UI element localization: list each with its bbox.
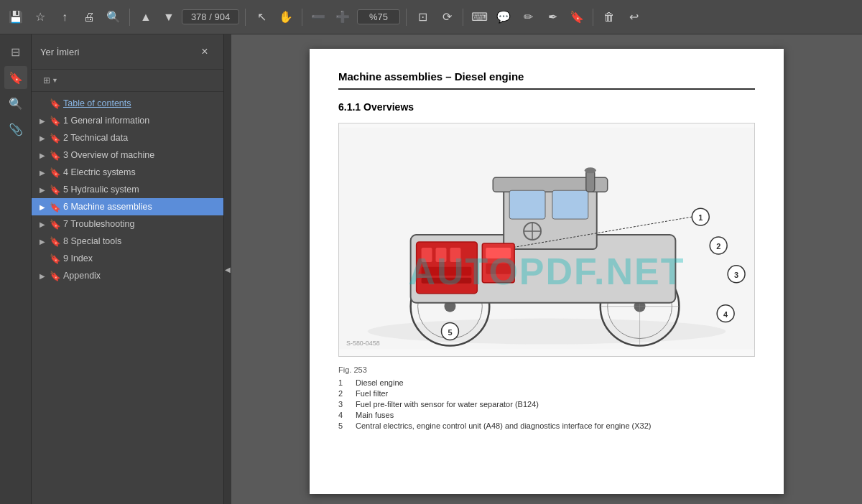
svg-rect-14 [552, 190, 588, 219]
bookmark-label-toc: Table of contents [63, 98, 218, 108]
bookmark-icon-electric: 🔖 [50, 167, 60, 177]
bookmark-item-trouble[interactable]: ▶ 🔖 7 Troubleshooting [32, 215, 223, 233]
chevron-index-placeholder [37, 253, 47, 263]
fig-item-text: Diesel engine [356, 378, 404, 387]
sidebar-bookmarks-icon[interactable]: 🔖 [4, 66, 27, 89]
sidebar-pages-icon[interactable]: ⊟ [4, 40, 27, 63]
pdf-section-title: 6.1.1 Overviews [338, 101, 755, 113]
delete-icon[interactable]: 🗑 [599, 7, 619, 27]
bookmark-icon-general: 🔖 [50, 116, 60, 126]
magnify-icon[interactable]: 🔍 [103, 7, 124, 27]
svg-text:4: 4 [723, 310, 728, 319]
fig-item-number: 3 [338, 400, 350, 409]
svg-rect-13 [509, 190, 545, 219]
pdf-area[interactable]: AUTOPDF.NET Machine assemblies – Diesel … [231, 34, 862, 504]
bookmarks-header-left: Yer İmleri [40, 47, 79, 57]
svg-rect-33 [486, 263, 511, 274]
svg-point-39 [585, 167, 596, 173]
star-icon[interactable]: ☆ [30, 7, 50, 27]
nav-up-icon[interactable]: ▲ [136, 7, 156, 27]
bookmark-icon-trouble: 🔖 [50, 219, 60, 229]
zoom-in-icon[interactable]: ➕ [333, 7, 353, 27]
fig-caption: Fig. 253 [338, 365, 755, 374]
cursor-icon[interactable]: ↖ [251, 7, 272, 27]
rotate-icon[interactable]: ⟳ [437, 7, 457, 27]
draw-icon[interactable]: ✒ [542, 7, 562, 27]
stamp-icon[interactable]: 🔖 [567, 7, 587, 27]
bookmark-label-machine: 6 Machine assemblies [63, 202, 218, 212]
keyboard-icon[interactable]: ⌨ [469, 7, 489, 27]
chevron-electric: ▶ [37, 167, 47, 177]
nav-down-icon[interactable]: ▼ [159, 7, 179, 27]
chevron-hydraulic: ▶ [37, 185, 47, 195]
machine-illustration: 1 2 3 4 [339, 123, 754, 353]
bookmark-label-hydraulic: 5 Hydraulic system [63, 185, 218, 195]
bookmark-item-hydraulic[interactable]: ▶ 🔖 5 Hydraulic system [32, 181, 223, 198]
fig-item-number: 1 [338, 378, 350, 387]
bookmark-item-technical[interactable]: ▶ 🔖 2 Technical data [32, 129, 223, 146]
divider6 [593, 9, 593, 26]
divider4 [406, 9, 407, 26]
fig-list-item: 5Central electrics, engine control unit … [338, 421, 755, 430]
bookmark-item-overview[interactable]: ▶ 🔖 3 Overview of machine [32, 146, 223, 164]
bookmark-item-machine[interactable]: ▶ 🔖 6 Machine assemblies [32, 198, 223, 215]
chevron-appendix: ▶ [37, 271, 47, 281]
print-icon[interactable]: 🖨 [79, 7, 99, 27]
bookmark-icon-special: 🔖 [50, 236, 60, 246]
hand-icon[interactable]: ✋ [276, 7, 296, 27]
bookmark-item-appendix[interactable]: ▶ 🔖 Appendix [32, 267, 223, 284]
bookmark-item-general[interactable]: ▶ 🔖 1 General information [32, 112, 223, 129]
svg-rect-19 [422, 248, 432, 262]
svg-text:1: 1 [698, 213, 703, 222]
bookmark-label-appendix: Appendix [63, 271, 218, 281]
bookmark-item-toc[interactable]: 🔖 Table of contents [32, 95, 223, 112]
bookmarks-header: Yer İmleri × [32, 34, 223, 70]
save-icon[interactable]: 💾 [6, 7, 26, 27]
divider3 [302, 9, 302, 26]
chevron-special: ▶ [37, 236, 47, 246]
collapse-handle[interactable]: ◀ [224, 34, 231, 504]
fit-icon[interactable]: ⊡ [412, 7, 432, 27]
bookmark-item-special[interactable]: ▶ 🔖 8 Special tools [32, 233, 223, 250]
page-info[interactable]: 378 / 904 [182, 9, 239, 24]
undo-icon[interactable]: ↩ [624, 7, 644, 27]
fig-item-text: Main fuses [356, 411, 394, 419]
bookmark-icon-hydraulic: 🔖 [50, 185, 60, 195]
dropdown-arrow-icon: ▼ [52, 77, 58, 84]
pdf-image-container: 1 2 3 4 [338, 123, 755, 357]
fig-item-number: 2 [338, 389, 350, 398]
chevron-overview: ▶ [37, 150, 47, 160]
svg-rect-21 [450, 248, 460, 262]
sidebar-search-icon[interactable]: 🔍 [4, 92, 27, 115]
highlight-icon[interactable]: ✏ [518, 7, 538, 27]
upload-icon[interactable]: ↑ [55, 7, 75, 27]
chevron-trouble: ▶ [37, 219, 47, 229]
bookmarks-title: Yer İmleri [40, 47, 79, 57]
chevron-machine: ▶ [37, 202, 47, 212]
zoom-level[interactable]: %75 [357, 9, 400, 24]
bookmarks-panel: Yer İmleri × ⊞ ▼ 🔖 Table of contents ▶ 🔖… [32, 34, 224, 504]
bookmark-label-electric: 4 Electric systems [63, 167, 218, 177]
bookmark-label-general: 1 General information [63, 116, 218, 126]
bookmark-icon-index: 🔖 [50, 253, 60, 263]
fig-list-item: 4Main fuses [338, 411, 755, 419]
fig-item-text: Central electrics, engine control unit (… [356, 421, 652, 430]
fig-item-number: 5 [338, 421, 350, 430]
sidebar-attach-icon[interactable]: 📎 [4, 118, 27, 141]
bookmark-icon-toc: 🔖 [50, 98, 60, 108]
bookmarks-view-toggle[interactable]: ⊞ ▼ [40, 74, 61, 87]
bookmark-label-trouble: 7 Troubleshooting [63, 219, 218, 229]
fig-list-item: 1Diesel engine [338, 378, 755, 387]
fig-item-number: 4 [338, 411, 350, 419]
comment-icon[interactable]: 💬 [493, 7, 514, 27]
fig-item-text: Fuel pre-filter with sensor for water se… [356, 400, 539, 409]
bookmark-icon-machine: 🔖 [50, 202, 60, 212]
zoom-out-icon[interactable]: ➖ [308, 7, 328, 27]
bookmark-icon-technical: 🔖 [50, 133, 60, 143]
bookmark-item-electric[interactable]: ▶ 🔖 4 Electric systems [32, 164, 223, 181]
toolbar: 💾 ☆ ↑ 🖨 🔍 ▲ ▼ 378 / 904 ↖ ✋ ➖ ➕ %75 ⊡ ⟳ … [0, 0, 862, 34]
divider1 [129, 9, 130, 26]
bookmarks-close-button[interactable]: × [195, 42, 215, 62]
svg-rect-20 [436, 248, 447, 262]
bookmark-item-index[interactable]: 🔖 9 Index [32, 250, 223, 267]
